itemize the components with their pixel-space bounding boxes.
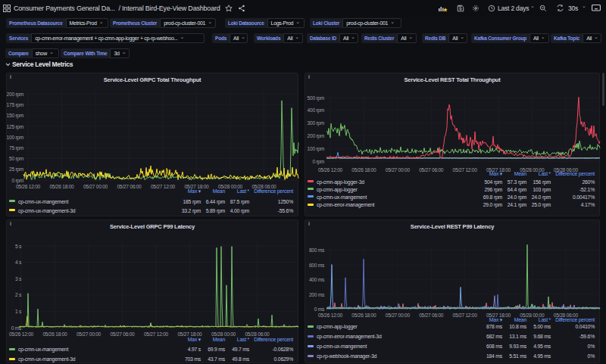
svg-text:5 s: 5 s (15, 244, 22, 249)
svg-text:300 rpm: 300 rpm (308, 120, 325, 126)
svg-text:0 ms: 0 ms (11, 325, 22, 331)
svg-text:150 rpm: 150 rpm (7, 113, 24, 119)
svg-text:200 ms: 200 ms (309, 292, 325, 297)
svg-text:0 rpm: 0 rpm (312, 159, 324, 165)
svg-text:05/28 06:00: 05/28 06:00 (245, 331, 270, 337)
svg-text:200 rpm: 200 rpm (308, 133, 325, 139)
svg-text:3 s: 3 s (15, 276, 22, 282)
svg-text:05/26 12:00: 05/26 12:00 (9, 331, 34, 337)
svg-text:2 s: 2 s (15, 292, 22, 297)
svg-text:125 rpm: 125 rpm (7, 124, 24, 130)
svg-text:25 rpm: 25 rpm (9, 166, 24, 173)
svg-text:05/27 12:00: 05/27 12:00 (144, 331, 169, 337)
svg-text:400 rpm: 400 rpm (308, 107, 325, 114)
svg-text:4 s: 4 s (15, 260, 22, 265)
svg-text:500 rpm: 500 rpm (308, 95, 325, 101)
svg-text:800 ms: 800 ms (309, 247, 325, 253)
svg-text:05/28 00:00: 05/28 00:00 (211, 331, 236, 337)
svg-text:50 rpm: 50 rpm (9, 156, 24, 162)
svg-text:400 ms: 400 ms (309, 277, 325, 282)
svg-text:0 ms: 0 ms (314, 306, 325, 312)
svg-text:05/26 18:00: 05/26 18:00 (42, 331, 67, 337)
svg-text:175 rpm: 175 rpm (7, 102, 24, 108)
svg-text:05/27 00:00: 05/27 00:00 (77, 331, 102, 337)
svg-text:0 rpm: 0 rpm (11, 178, 23, 184)
svg-text:100 rpm: 100 rpm (7, 135, 24, 141)
svg-text:05/27 06:00: 05/27 06:00 (110, 331, 135, 337)
svg-text:75 rpm: 75 rpm (9, 145, 24, 151)
svg-text:05/27 18:00: 05/27 18:00 (177, 331, 202, 337)
svg-text:600 ms: 600 ms (309, 263, 325, 268)
svg-text:100 rpm: 100 rpm (308, 146, 325, 152)
svg-text:1 s: 1 s (15, 309, 22, 314)
svg-text:200 rpm: 200 rpm (7, 92, 24, 98)
